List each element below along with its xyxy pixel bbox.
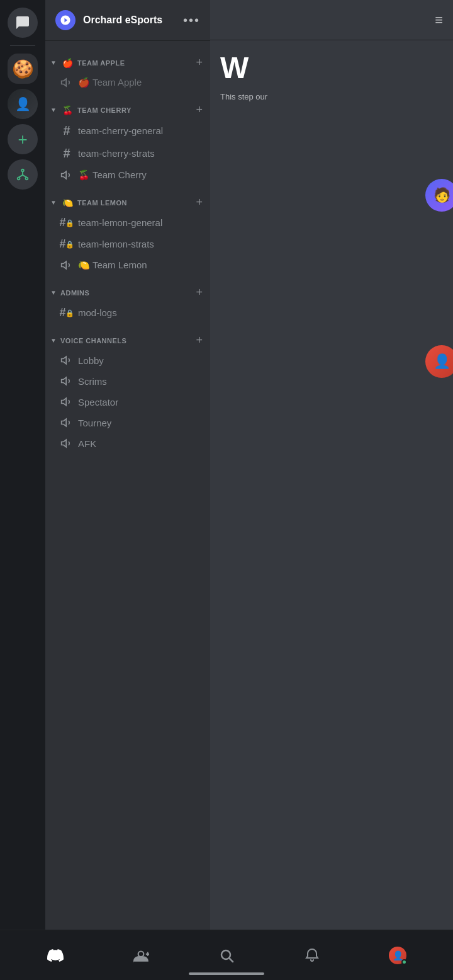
channel-list: Orchard eSports ••• ▼ 🍎 TEAM APPLE + [45, 0, 210, 980]
hamburger-icon[interactable]: ≡ [435, 12, 443, 28]
explore-server-button[interactable] [8, 159, 38, 190]
category-team-cherry[interactable]: ▼ 🍒 TEAM CHERRY + [45, 93, 210, 119]
hash-icon: # [60, 146, 73, 161]
channel-team-cherry-general[interactable]: # team-cherry-general [50, 120, 205, 142]
nav-profile-button[interactable]: 👤 [389, 947, 406, 964]
team-cherry-emoji: 🍒 [62, 105, 73, 115]
category-team-apple-label: TEAM APPLE [77, 59, 191, 67]
channel-team-apple-voice-name: 🍎 Team Apple [78, 77, 142, 88]
svg-marker-9 [62, 356, 67, 364]
right-panel: ≡ W This step our 🧑 👤 [210, 0, 453, 980]
chevron-down-icon: ▼ [50, 106, 58, 113]
profile-avatar: 👤 [389, 947, 406, 964]
avatar-2: 👤 [425, 345, 453, 378]
hash-lock-icon: # 🔒 [60, 237, 73, 251]
chevron-down-icon: ▼ [50, 199, 58, 206]
chevron-down-icon: ▼ [50, 59, 58, 66]
add-channel-team-cherry-button[interactable]: + [193, 103, 205, 117]
bell-icon [303, 947, 321, 964]
hash-lock-icon: # 🔒 [60, 306, 73, 319]
dark-server-icon[interactable]: 👤 [8, 89, 38, 119]
channel-team-lemon-voice[interactable]: 🍋 Team Lemon [50, 255, 205, 275]
chevron-down-icon: ▼ [50, 289, 58, 296]
add-channel-team-apple-button[interactable]: + [193, 56, 205, 69]
category-team-apple[interactable]: ▼ 🍎 TEAM APPLE + [45, 46, 210, 72]
add-channel-voice-button[interactable]: + [193, 334, 205, 347]
svg-line-4 [19, 175, 23, 178]
chat-server-icon[interactable] [8, 8, 38, 38]
right-panel-subtext: This step our [220, 91, 443, 103]
volume-icon [60, 76, 73, 89]
category-voice-channels[interactable]: ▼ VOICE CHANNELS + [45, 324, 210, 350]
channel-spectator[interactable]: Spectator [50, 392, 205, 412]
server-sidebar: 🍪 👤 + [0, 0, 45, 980]
svg-point-0 [21, 169, 24, 172]
volume-icon [60, 396, 73, 408]
discord-icon [47, 947, 64, 964]
server-header[interactable]: Orchard eSports ••• [45, 0, 210, 41]
nav-notifications-button[interactable] [303, 947, 321, 964]
right-panel-letter: W [220, 53, 443, 83]
category-admins[interactable]: ▼ ADMINS + [45, 276, 210, 302]
home-indicator [189, 972, 264, 975]
right-panel-content: W This step our 🧑 👤 [210, 40, 453, 980]
category-team-cherry-label: TEAM CHERRY [77, 106, 191, 114]
svg-point-2 [26, 178, 28, 180]
svg-marker-7 [62, 171, 67, 179]
right-panel-header: ≡ [210, 0, 453, 40]
cookie-server-icon[interactable]: 🍪 [8, 54, 38, 84]
category-team-lemon-label: TEAM LEMON [77, 199, 191, 207]
volume-icon [60, 375, 73, 387]
hash-lock-icon: # 🔒 [60, 216, 73, 229]
avatar-1: 🧑 [425, 179, 453, 212]
nav-home-button[interactable] [47, 947, 64, 964]
channel-team-cherry-voice-name: 🍒 Team Cherry [78, 169, 147, 181]
channel-mod-logs-name: mod-logs [78, 307, 117, 318]
channel-team-lemon-strats[interactable]: # 🔒 team-lemon-strats [50, 234, 205, 254]
channel-team-cherry-strats-name: team-cherry-strats [78, 148, 155, 159]
category-admins-label: ADMINS [60, 289, 191, 297]
channel-mod-logs[interactable]: # 🔒 mod-logs [50, 302, 205, 323]
friends-icon [132, 947, 150, 964]
nav-search-button[interactable] [218, 947, 235, 964]
channel-team-apple-voice[interactable]: 🍎 Team Apple [50, 72, 205, 93]
channel-team-lemon-strats-name: team-lemon-strats [78, 239, 154, 249]
volume-icon [60, 354, 73, 367]
avatar-stack: 🧑 👤 [425, 179, 453, 378]
channel-team-lemon-general-name: team-lemon-general [78, 217, 162, 228]
channel-team-cherry-strats[interactable]: # team-cherry-strats [50, 142, 205, 164]
category-voice-channels-label: VOICE CHANNELS [60, 337, 191, 345]
nav-friends-button[interactable] [132, 947, 150, 964]
channel-team-lemon-general[interactable]: # 🔒 team-lemon-general [50, 212, 205, 233]
channel-lobby[interactable]: Lobby [50, 350, 205, 370]
chevron-down-icon: ▼ [50, 337, 58, 344]
svg-marker-11 [62, 398, 67, 406]
search-icon [218, 947, 235, 964]
channel-team-cherry-voice[interactable]: 🍒 Team Cherry [50, 165, 205, 185]
svg-marker-13 [62, 440, 67, 447]
add-channel-team-lemon-button[interactable]: + [193, 196, 205, 209]
channel-tourney-name: Tourney [78, 418, 111, 428]
channel-afk[interactable]: AFK [50, 433, 205, 453]
channel-lobby-name: Lobby [78, 355, 104, 366]
channel-team-cherry-general-name: team-cherry-general [78, 125, 163, 136]
svg-marker-8 [62, 261, 67, 269]
channel-tourney[interactable]: Tourney [50, 413, 205, 433]
server-logo [55, 10, 76, 30]
category-team-lemon[interactable]: ▼ 🍋 TEAM LEMON + [45, 186, 210, 212]
server-name: Orchard eSports [83, 14, 176, 26]
svg-marker-12 [62, 419, 67, 426]
channel-scrims-name: Scrims [78, 376, 107, 387]
server-options-button[interactable]: ••• [183, 13, 200, 28]
channel-spectator-name: Spectator [78, 397, 118, 407]
volume-icon [60, 169, 73, 181]
add-channel-admins-button[interactable]: + [193, 286, 205, 299]
team-apple-emoji: 🍎 [62, 58, 73, 68]
svg-marker-10 [62, 377, 67, 385]
channels-scroll: ▼ 🍎 TEAM APPLE + 🍎 Team Apple [45, 41, 210, 930]
svg-line-5 [23, 175, 26, 178]
add-server-button[interactable]: + [8, 124, 38, 154]
svg-line-15 [230, 958, 233, 962]
channel-scrims[interactable]: Scrims [50, 371, 205, 391]
svg-point-1 [18, 178, 20, 180]
